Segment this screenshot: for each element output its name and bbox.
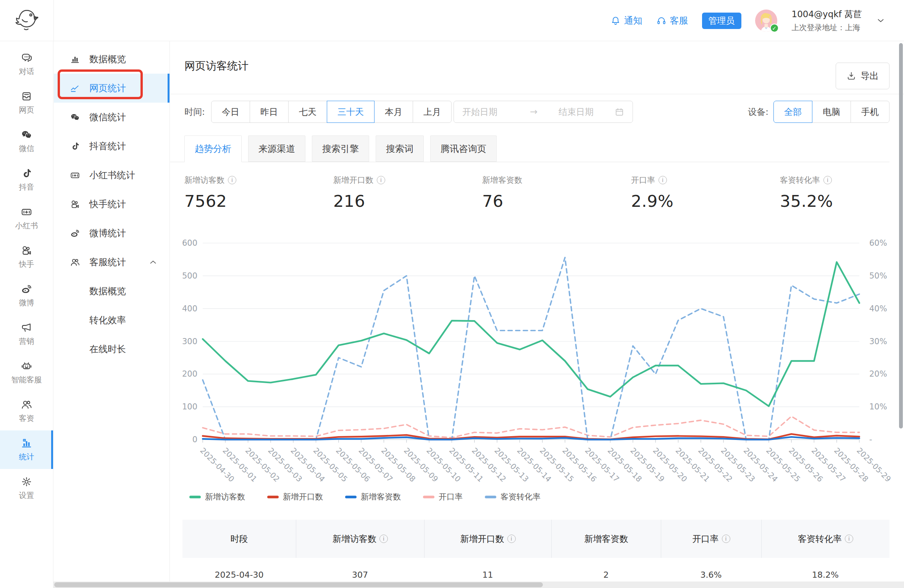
rail-item-客资[interactable]: 客资 [0,392,53,430]
svg-text:50%: 50% [869,271,887,280]
sidebar-subitem-在线时长[interactable]: 在线时长 [54,335,170,364]
info-icon[interactable]: i [379,535,388,543]
sidebar-item-快手统计[interactable]: 快手统计 [54,190,170,219]
legend-item-新增开口数[interactable]: 新增开口数 [267,491,323,502]
rail-item-微信[interactable]: 微信 [0,122,53,161]
legend-item-新增客资数[interactable]: 新增客资数 [345,491,401,502]
chat-icon [21,52,32,64]
tab-搜索词[interactable]: 搜索词 [376,135,424,162]
sidebar-item-网页统计[interactable]: 网页统计 [54,74,170,103]
sidebar-item-数据概览[interactable]: 数据概览 [54,45,170,74]
legend-label: 新增客资数 [361,491,401,502]
rail-item-label: 智能客服 [11,375,42,385]
stats-table: 时段新增访客数i新增开口数i新增客资数开口率i客资转化率i 2025-04-30… [182,520,889,588]
stat-value: 35.2% [780,192,833,211]
date-range-input[interactable]: 开始日期 → 结束日期 [454,101,633,123]
rail-item-对话[interactable]: 对话 [0,45,53,84]
rail-item-label: 客资 [19,413,34,424]
stat-card-客资转化率: 客资转化率i35.2% [780,175,833,211]
tab-趋势分析[interactable]: 趋势分析 [184,135,242,162]
chevron-down-icon[interactable] [876,16,886,26]
chart-legend: 新增访客数新增开口数新增客资数开口率客资转化率 [189,491,541,502]
legend-item-开口率[interactable]: 开口率 [423,491,463,502]
export-button[interactable]: 导出 [836,63,889,89]
series-line-开口率 [203,416,859,438]
device-option-全部[interactable]: 全部 [773,101,812,123]
info-icon[interactable]: i [507,535,516,543]
legend-item-新增访客数[interactable]: 新增访客数 [189,491,245,502]
time-option-上月[interactable]: 上月 [413,101,452,123]
divider [53,0,54,41]
sidebar-item-label: 抖音统计 [89,140,126,152]
sidebar-item-微博统计[interactable]: 微博统计 [54,219,170,248]
legend-item-客资转化率[interactable]: 客资转化率 [485,491,541,502]
sidebar-item-抖音统计[interactable]: 抖音统计 [54,132,170,161]
vertical-scrollbar-thumb[interactable] [899,43,903,429]
info-icon[interactable]: i [722,535,730,543]
stat-label: 客资转化率 [780,175,820,185]
time-option-三十天[interactable]: 三十天 [327,101,375,123]
time-option-七天[interactable]: 七天 [288,101,327,123]
sidebar-item-label: 小红书统计 [89,169,135,181]
user-avatar[interactable]: ✓ [755,10,777,32]
info-icon[interactable]: i [659,176,667,184]
info-icon[interactable]: i [377,176,385,184]
rail-item-智能客服[interactable]: 智能客服 [0,353,53,392]
sidebar-item-客服统计[interactable]: 客服统计 [54,248,170,277]
legend-label: 新增访客数 [205,491,245,502]
app-logo-bird-icon[interactable] [12,7,42,34]
horizontal-scrollbar-thumb[interactable] [54,582,543,587]
page-title: 网页访客统计 [184,59,249,73]
horizontal-scrollbar[interactable] [53,582,904,588]
stat-value: 216 [333,192,385,211]
sidebar-subitem-数据概览[interactable]: 数据概览 [54,277,170,306]
device-option-手机[interactable]: 手机 [851,101,889,123]
xiaohongshu-icon [21,206,32,218]
stat-card-新增开口数: 新增开口数i216 [333,175,385,211]
sidebar-item-小红书统计[interactable]: 小红书统计 [54,161,170,190]
wechat-icon [70,112,80,122]
trend-line-chart: 0100200300400500600-10%20%30%40%50%60%20… [176,227,901,494]
sidebar-subitem-转化效率[interactable]: 转化效率 [54,306,170,335]
active-indicator-bar [168,74,170,103]
rail-item-设置[interactable]: 设置 [0,469,53,507]
rail-item-营销[interactable]: 营销 [0,315,53,353]
legend-color-chip [485,496,496,498]
tab-搜索引擎[interactable]: 搜索引擎 [312,135,369,162]
rail-item-网页[interactable]: 网页 [0,84,53,122]
stat-card-新增访客数: 新增访客数i7562 [184,175,236,211]
stat-value: 76 [482,192,522,211]
tab-来源渠道[interactable]: 来源渠道 [248,135,305,162]
user-meta[interactable]: 1004@yqkf 莴苣 上次登录地址：上海 [792,8,862,33]
sidebar-item-微信统计[interactable]: 微信统计 [54,103,170,132]
info-icon[interactable]: i [845,535,853,543]
support-link[interactable]: 客服 [656,14,688,27]
rail-item-抖音[interactable]: 抖音 [0,161,53,199]
device-option-电脑[interactable]: 电脑 [812,101,851,123]
info-icon[interactable]: i [228,176,236,184]
legend-label: 开口率 [439,491,463,502]
series-line-新增访客数 [203,262,859,406]
stats-icon [21,437,32,449]
notifications-link[interactable]: 通知 [610,14,642,27]
rail-item-label: 设置 [19,490,34,501]
douyin-icon [70,141,80,151]
svg-text:30%: 30% [869,337,887,346]
time-option-昨日[interactable]: 昨日 [250,101,289,123]
info-icon[interactable]: i [823,176,832,184]
rail-item-label: 网页 [19,105,34,115]
rail-item-小红书[interactable]: 小红书 [0,199,53,238]
rail-item-快手[interactable]: 快手 [0,238,53,276]
filter-row: 时间: 今日昨日七天三十天本月上月 开始日期 → 结束日期 设备: 全部电脑手机 [170,101,904,123]
support-label: 客服 [670,14,688,27]
sidebar-item-label: 客服统计 [89,256,126,268]
icon-rail: 对话网页微信抖音小红书快手微博营销智能客服客资统计设置 [0,41,53,588]
tab-腾讯咨询页[interactable]: 腾讯咨询页 [430,135,497,162]
rail-item-统计[interactable]: 统计 [0,430,53,469]
rail-item-label: 营销 [19,336,34,346]
time-option-今日[interactable]: 今日 [211,101,250,123]
rail-item-微博[interactable]: 微博 [0,276,53,315]
table-header-新增开口数: 新增开口数i [424,520,551,558]
top-bar: 通知 客服 管理员 ✓ 1004@yqkf 莴苣 上次登录地址：上海 [0,0,904,41]
time-option-本月[interactable]: 本月 [374,101,413,123]
